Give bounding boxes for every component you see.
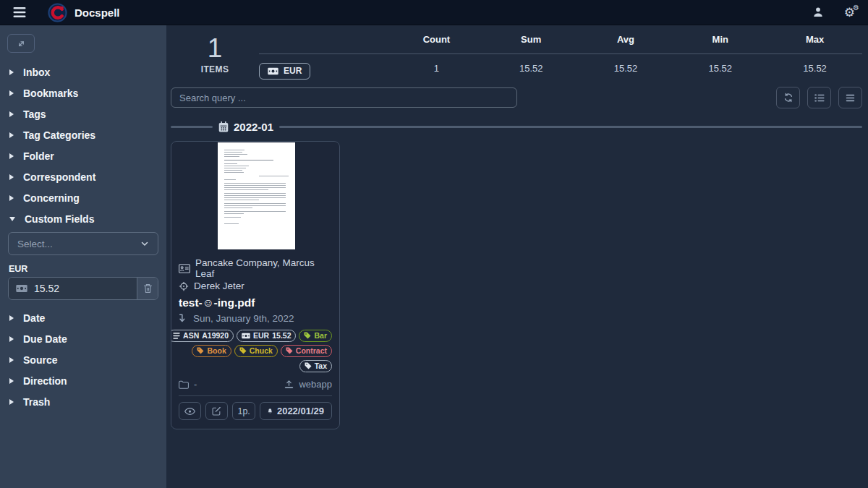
stats-header-empty <box>259 30 389 53</box>
eur-value-input[interactable] <box>34 283 129 294</box>
source-name: webapp <box>299 379 332 390</box>
stats-currency-cell: EUR <box>259 53 389 80</box>
sidebar-item-tags[interactable]: Tags <box>0 103 166 124</box>
page-count-button[interactable]: 1p. <box>232 402 255 420</box>
edit-icon <box>212 406 221 416</box>
item-thumbnail[interactable] <box>171 142 339 250</box>
badge-row: Book Chuck Contract <box>179 345 332 357</box>
custom-field-select[interactable]: Select... <box>8 232 158 255</box>
stats-header-max: Max <box>767 30 862 53</box>
crosshair-icon <box>179 281 189 291</box>
settings-icon[interactable]: ⚙⚙ <box>844 7 855 19</box>
eye-icon <box>184 407 195 416</box>
search-input[interactable] <box>171 87 517 108</box>
month-group-divider: 2022-01 <box>171 121 862 133</box>
tag-badge: Contract <box>281 345 332 357</box>
sidebar-item-direction[interactable]: Direction <box>0 370 166 391</box>
search-sidebar: Inbox Bookmarks Tags Tag Categories Fold… <box>0 25 166 488</box>
menu-view-button[interactable] <box>838 87 862 108</box>
docspell-logo-icon <box>48 3 67 22</box>
currency-label: EUR <box>284 66 302 76</box>
bars-icon <box>846 93 855 103</box>
item-count: 1 <box>171 34 259 64</box>
item-date: Sun, January 9th, 2022 <box>193 313 294 324</box>
stats-table: Count Sum Avg Min Max EUR 1 15.52 15.52 … <box>259 30 862 80</box>
sidebar-item-label: Date <box>23 312 45 324</box>
stats-header-count: Count <box>389 30 484 53</box>
user-account-icon[interactable] <box>812 7 824 18</box>
sidebar-item-bookmarks[interactable]: Bookmarks <box>0 82 166 103</box>
money-bill-icon <box>16 284 27 293</box>
trash-icon <box>143 283 153 294</box>
app-brand[interactable]: Docspell <box>48 3 120 22</box>
stats-header-sum: Sum <box>484 30 579 53</box>
sidebar-item-custom-fields[interactable]: Custom Fields <box>0 208 166 229</box>
caret-right-icon <box>9 195 14 201</box>
sidebar-item-due-date[interactable]: Due Date <box>0 328 166 349</box>
tag-badge: Tax <box>299 360 332 372</box>
sidebar-item-correspondent[interactable]: Correspondent <box>0 166 166 187</box>
expand-collapse-button[interactable] <box>7 34 35 53</box>
refresh-icon <box>783 93 793 103</box>
sidebar-item-label: Direction <box>23 375 67 387</box>
preview-button[interactable] <box>179 402 201 420</box>
month-label: 2022-01 <box>218 121 273 133</box>
sidebar-item-source[interactable]: Source <box>0 349 166 370</box>
sidebar-item-tag-categories[interactable]: Tag Categories <box>0 124 166 145</box>
sidebar-item-inbox[interactable]: Inbox <box>0 61 166 82</box>
stats-cell-sum: 15.52 <box>484 53 579 80</box>
due-date-button[interactable]: 2022/01/29 <box>260 402 332 420</box>
sidebar-item-folder[interactable]: Folder <box>0 145 166 166</box>
sidebar-item-label: Correspondent <box>23 171 95 183</box>
sidebar-item-date[interactable]: Date <box>0 307 166 328</box>
caret-right-icon <box>9 153 14 159</box>
caret-right-icon <box>9 315 14 321</box>
sidebar-item-label: Source <box>23 354 57 366</box>
sidebar-item-label: Bookmarks <box>23 87 78 99</box>
folder-icon <box>179 380 189 389</box>
money-bill-icon <box>242 333 250 339</box>
caret-right-icon <box>9 132 14 138</box>
sidebar-item-label: Trash <box>23 396 50 408</box>
caret-right-icon <box>9 399 14 405</box>
folder-name: - <box>194 379 197 390</box>
stats-cell-avg: 15.52 <box>579 53 673 80</box>
main-content: 1 ITEMS Count Sum Avg Min Max EUR <box>166 25 868 488</box>
refresh-button[interactable] <box>776 87 800 108</box>
tag-icon <box>286 347 293 354</box>
stats-header-min: Min <box>673 30 767 53</box>
upload-icon <box>284 380 294 389</box>
tag-badge: Bar <box>299 330 332 342</box>
stats-header-avg: Avg <box>579 30 673 53</box>
list-icon <box>814 93 825 103</box>
correspondent-name: Pancake Company, Marcus Leaf <box>195 257 332 279</box>
divider-line <box>171 126 213 128</box>
edit-button[interactable] <box>205 402 228 420</box>
sidebar-item-concerning[interactable]: Concerning <box>0 187 166 208</box>
money-bill-icon <box>268 67 278 75</box>
app-title: Docspell <box>75 7 120 19</box>
item-date-row: Sun, January 9th, 2022 <box>179 313 332 324</box>
stats-cell-min: 15.52 <box>673 53 767 80</box>
custom-field-eur-label: EUR <box>9 264 166 274</box>
address-card-icon <box>179 264 190 273</box>
hamburger-menu-icon[interactable] <box>13 7 26 18</box>
arrow-down-icon <box>179 314 187 324</box>
tag-icon <box>239 347 247 354</box>
tag-icon <box>304 332 311 339</box>
sidebar-item-label: Concerning <box>23 192 80 204</box>
diagonal-arrows-icon <box>17 39 26 48</box>
remove-field-button[interactable] <box>137 278 158 299</box>
sidebar-item-trash[interactable]: Trash <box>0 391 166 412</box>
items-label: ITEMS <box>171 64 259 74</box>
source-info: webapp <box>284 379 332 390</box>
calendar-icon <box>218 121 229 132</box>
item-title: test-☺-ing.pdf <box>179 296 332 309</box>
caret-right-icon <box>9 90 14 96</box>
list-view-button[interactable] <box>807 87 831 108</box>
search-bar-row <box>171 87 862 108</box>
document-preview <box>218 142 295 249</box>
item-card[interactable]: Pancake Company, Marcus Leaf Derek Jeter… <box>171 141 340 429</box>
caret-right-icon <box>9 69 14 75</box>
badge-rows: ASN A19920 EUR 15.52 <box>179 330 332 372</box>
